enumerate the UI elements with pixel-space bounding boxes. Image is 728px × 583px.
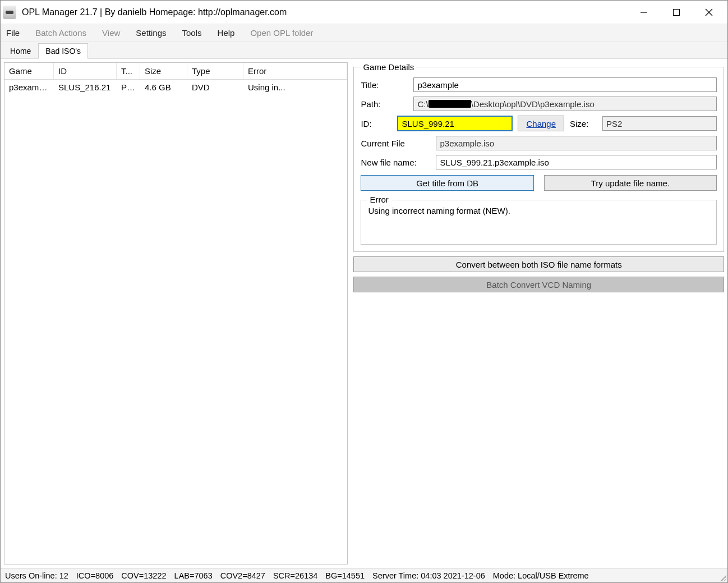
col-header-size[interactable]: Size: [140, 63, 187, 79]
label-new-file-name: New file name:: [361, 158, 430, 167]
status-cov: COV=13222: [121, 571, 166, 580]
app-window: OPL Manager 21.7 | By danielb Homepage: …: [0, 0, 728, 583]
menu-tools[interactable]: Tools: [182, 28, 202, 38]
cell-type: DVD: [187, 80, 243, 95]
game-details-legend: Game Details: [361, 62, 416, 72]
label-id: ID:: [361, 119, 392, 128]
change-button[interactable]: Change: [518, 116, 564, 131]
col-header-type[interactable]: Type: [187, 63, 243, 79]
cell-size: 4.6 GB: [140, 80, 187, 95]
app-icon: [3, 6, 16, 19]
current-file-field: [436, 136, 717, 150]
get-title-from-db-button[interactable]: Get title from DB: [361, 175, 533, 191]
status-lab: LAB=7063: [174, 571, 213, 580]
menu-settings[interactable]: Settings: [136, 28, 166, 38]
cell-t: PS2: [117, 80, 140, 95]
minimize-button[interactable]: [628, 1, 660, 24]
menu-view[interactable]: View: [102, 28, 120, 38]
close-button[interactable]: [693, 1, 725, 24]
tab-bad-isos[interactable]: Bad ISO's: [38, 43, 88, 59]
right-pane: Game Details Title: Path: C:\\Desktop\op…: [353, 62, 724, 564]
bad-iso-table: Game ID T... Size Type Error p3example S…: [4, 62, 348, 564]
label-title: Title:: [361, 80, 408, 90]
tab-home[interactable]: Home: [3, 43, 38, 58]
new-file-name-field[interactable]: [436, 155, 717, 169]
status-cov2: COV2=8427: [220, 571, 265, 580]
error-legend: Error: [367, 195, 391, 204]
content-area: Game ID T... Size Type Error p3example S…: [1, 59, 727, 568]
cell-game: p3example: [4, 80, 54, 95]
col-header-id[interactable]: ID: [54, 63, 117, 79]
menu-batch-actions[interactable]: Batch Actions: [35, 28, 86, 38]
table-row[interactable]: p3example SLUS_216.21 PS2 4.6 GB DVD Usi…: [4, 80, 347, 95]
path-suffix: \Desktop\opl\DVD\p3example.iso: [471, 99, 595, 109]
col-header-game[interactable]: Game: [4, 63, 54, 79]
title-field[interactable]: [413, 77, 717, 92]
resize-grip-icon[interactable]: [718, 573, 726, 581]
maximize-button[interactable]: [660, 1, 693, 24]
menu-help[interactable]: Help: [218, 28, 235, 38]
col-header-error[interactable]: Error: [243, 63, 347, 79]
menu-file[interactable]: File: [6, 28, 20, 38]
try-update-file-name-button[interactable]: Try update file name.: [544, 175, 717, 191]
error-text: Using incorrect naming format (NEW).: [368, 206, 709, 215]
size-field: [602, 116, 717, 131]
menu-open-opl-folder[interactable]: Open OPL folder: [250, 28, 313, 38]
status-bg: BG=14551: [325, 571, 365, 580]
menubar: File Batch Actions View Settings Tools H…: [1, 24, 727, 42]
tab-strip: Home Bad ISO's: [1, 42, 727, 59]
status-mode: Mode: Local/USB Extreme: [493, 571, 589, 580]
convert-iso-filename-button[interactable]: Convert between both ISO file name forma…: [353, 256, 724, 272]
status-users: Users On-line: 12: [5, 571, 68, 580]
status-ico: ICO=8006: [76, 571, 114, 580]
label-size: Size:: [570, 119, 597, 128]
svg-rect-1: [674, 9, 680, 15]
path-prefix: C:\: [417, 99, 428, 109]
col-header-type-short[interactable]: T...: [117, 63, 140, 79]
window-title: OPL Manager 21.7 | By danielb Homepage: …: [22, 7, 628, 17]
game-details: Game Details Title: Path: C:\\Desktop\op…: [353, 62, 724, 252]
path-field: C:\\Desktop\opl\DVD\p3example.iso: [413, 97, 717, 111]
path-redacted: [428, 100, 471, 108]
status-scr: SCR=26134: [273, 571, 317, 580]
status-bar: Users On-line: 12 ICO=8006 COV=13222 LAB…: [1, 568, 727, 582]
titlebar: OPL Manager 21.7 | By danielb Homepage: …: [1, 1, 727, 24]
status-server-time: Server Time: 04:03 2021-12-06: [372, 571, 485, 580]
id-field[interactable]: [398, 116, 512, 131]
batch-convert-vcd-button: Batch Convert VCD Naming: [353, 277, 724, 292]
label-current-file: Current File: [361, 139, 430, 148]
label-path: Path:: [361, 99, 408, 109]
table-header-row: Game ID T... Size Type Error: [4, 63, 347, 80]
cell-error: Using in...: [243, 80, 347, 95]
cell-id: SLUS_216.21: [54, 80, 117, 95]
